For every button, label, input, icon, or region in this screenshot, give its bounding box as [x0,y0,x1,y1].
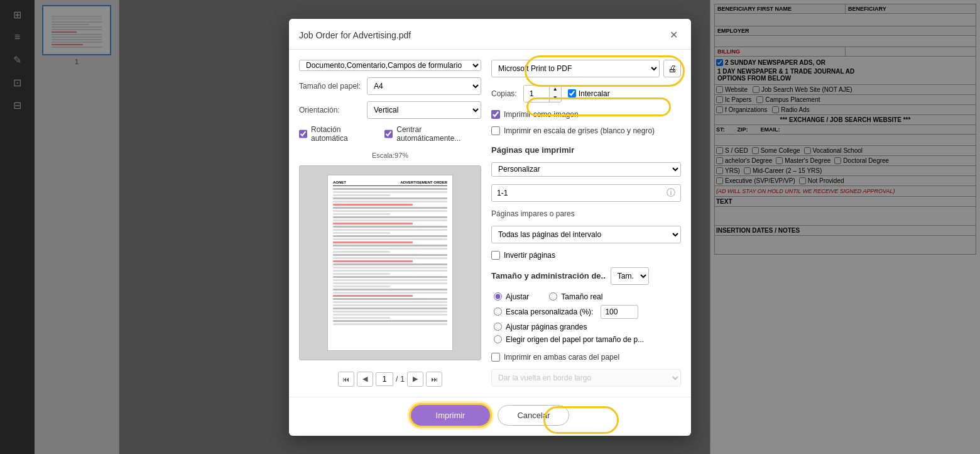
pages-type-select[interactable]: Personalizar [491,162,681,177]
print-dialog: Job Order for Advertising.pdf ✕ Document… [289,19,691,436]
modal-overlay: Job Order for Advertising.pdf ✕ Document… [0,0,980,454]
odd-even-label: Páginas impares o pares [491,209,681,218]
duplex-row: Imprimir en ambas caras del papel [491,353,681,362]
custom-scale-radio[interactable] [494,307,502,316]
total-pages: 1 [400,375,405,384]
auto-center-check: Centrar automáticamente... [384,125,481,143]
orientation-label: Orientación: [299,106,362,114]
document-preview: AONET ADVERTISEMENT ORDER [299,165,481,360]
fit-options-group: Ajustar Tamaño real Escala personalizada… [491,292,681,344]
fit-large-row: Ajustar páginas grandes [494,323,681,331]
auto-rotate-label: Rotación automática [311,125,374,143]
first-page-btn[interactable]: ⏮ [338,372,354,387]
duplex-input[interactable] [491,353,500,362]
dialog-left-column: Documento,Comentario,Campos de formulari… [299,60,481,387]
custom-scale-row: Escala personalizada (%): [494,305,681,319]
page-separator: / [396,375,398,384]
real-size-radio[interactable] [549,292,557,301]
print-grayscale-label: Imprimir en escala de grises (blanco y n… [504,126,655,135]
paper-source-radio[interactable] [494,335,502,343]
copies-row: Copias: ▲ ▼ Intercalar [491,85,681,102]
orientation-row: Orientación: Vertical [299,101,481,119]
dialog-body: Documento,Comentario,Campos de formulari… [289,50,691,397]
printer-row: Microsoft Print to PDF 🖨 [491,60,681,77]
size-section-title: Tamaño y administración de.. [491,271,606,280]
printer-settings-btn[interactable]: 🖨 [663,60,681,77]
prev-page-btn[interactable]: ◀ [357,372,373,387]
content-type-select[interactable]: Documento,Comentario,Campos de formulari… [299,60,481,71]
auto-center-label: Centrar automáticamente... [396,125,481,143]
fit-large-label: Ajustar páginas grandes [506,323,587,331]
fit-radio[interactable] [494,292,502,301]
auto-center-input[interactable] [384,130,393,138]
invert-pages-label: Invertir páginas [504,251,555,260]
preview-doc-content [333,188,447,345]
real-size-label: Tamaño real [561,292,602,301]
dialog-header: Job Order for Advertising.pdf ✕ [289,19,691,50]
paper-size-row: Tamaño del papel: A4 [299,77,481,95]
auto-rotate-check: Rotación automática [299,125,374,143]
copies-input[interactable] [524,86,549,102]
paper-size-label: Tamaño del papel: [299,82,362,91]
intercalar-check: Intercalar [568,89,610,98]
page-display: / 1 [376,372,405,386]
long-edge-select: Dar la vuelta en borde largo [491,369,681,387]
print-as-image-row: Imprimir como imagen [491,110,681,119]
print-as-image-label: Imprimir como imagen [504,110,579,119]
auto-options-row: Rotación automática Centrar automáticame… [299,125,481,143]
fit-large-radio[interactable] [494,323,502,331]
print-grayscale-input[interactable] [491,126,500,135]
page-navigation: ⏮ ◀ / 1 ▶ ⏭ [299,372,481,387]
dialog-footer: Imprimir Cancelar [289,397,691,436]
paper-size-select[interactable]: A4 [367,77,481,95]
copies-up-btn[interactable]: ▲ [550,85,561,94]
auto-rotate-input[interactable] [299,130,307,138]
dialog-right-column: Microsoft Print to PDF 🖨 Copias: ▲ ▼ [491,60,681,387]
next-page-btn[interactable]: ▶ [407,372,423,387]
preview-document: AONET ADVERTISEMENT ORDER [327,175,453,351]
paper-source-row: Elegir origen del papel por tamaño de p.… [494,335,681,344]
size-row: Tamaño y administración de.. Tam. [491,267,681,285]
preview-doc-header: AONET ADVERTISEMENT ORDER [333,180,447,186]
print-as-image-input[interactable] [491,110,500,119]
current-page-input[interactable] [376,372,393,386]
dialog-title: Job Order for Advertising.pdf [299,30,411,40]
size-select[interactable]: Tam. [611,267,649,285]
scale-indicator: Escala:97% [299,152,481,159]
print-button[interactable]: Imprimir [411,405,491,426]
custom-scale-input[interactable] [601,305,638,319]
fit-label: Ajustar [506,292,529,301]
invert-pages-row: Invertir páginas [491,251,681,260]
pages-section-title: Páginas que imprimir [491,145,681,155]
page-range-input[interactable] [497,189,667,197]
close-button[interactable]: ✕ [666,28,681,43]
print-grayscale-row: Imprimir en escala de grises (blanco y n… [491,126,681,135]
info-icon: ⓘ [667,187,675,199]
cancel-button[interactable]: Cancelar [498,405,569,426]
copies-label: Copias: [491,89,517,98]
page-range-row: ⓘ [491,184,681,202]
copies-down-btn[interactable]: ▼ [550,94,561,102]
copies-input-group: ▲ ▼ [523,85,562,102]
printer-select[interactable]: Microsoft Print to PDF [491,60,660,77]
orientation-select[interactable]: Vertical [367,101,481,119]
fit-radio-row: Ajustar Tamaño real [494,292,681,301]
last-page-btn[interactable]: ⏭ [426,372,442,387]
intercalar-label: Intercalar [579,89,610,98]
invert-pages-input[interactable] [491,251,500,260]
custom-scale-label: Escala personalizada (%): [506,307,593,316]
paper-source-label: Elegir origen del papel por tamaño de p.… [506,335,644,344]
copies-spinners: ▲ ▼ [549,85,561,102]
odd-even-select[interactable]: Todas las páginas del intervalo [491,226,681,243]
intercalar-input[interactable] [568,89,576,97]
duplex-label: Imprimir en ambas caras del papel [504,353,619,362]
